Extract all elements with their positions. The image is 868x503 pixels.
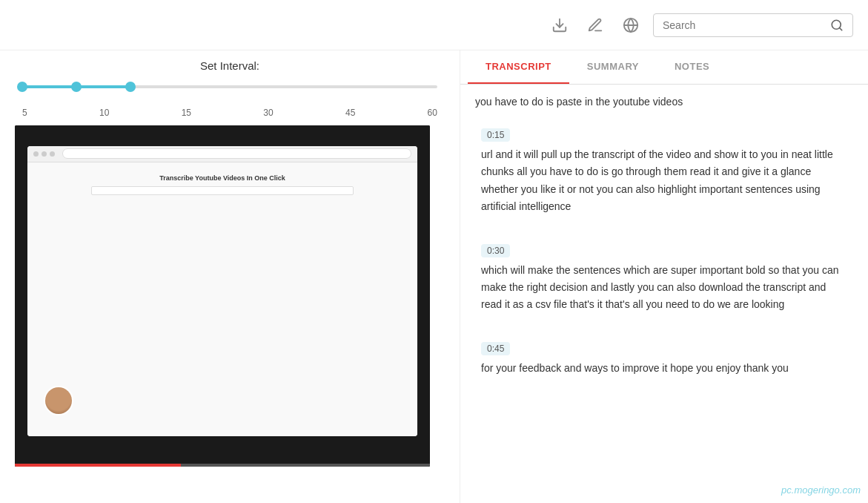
- interval-section: Set Interval: 5 10 15 30 45 60: [15, 59, 445, 118]
- left-panel: Set Interval: 5 10 15 30 45 60: [0, 50, 460, 503]
- label-30: 30: [263, 108, 273, 118]
- slider-track: [22, 85, 437, 88]
- browser-dot-2: [42, 151, 47, 157]
- video-progress-bar[interactable]: [15, 464, 430, 467]
- tab-summary[interactable]: SUMMARY: [569, 50, 657, 84]
- slider-thumb-current[interactable]: [125, 82, 136, 92]
- browser-url-bar: [62, 148, 411, 159]
- main-content: Set Interval: 5 10 15 30 45 60: [0, 50, 868, 503]
- avatar-face: [45, 387, 72, 414]
- right-panel: TRANSCRIPT SUMMARY NOTES you have to do …: [460, 50, 868, 503]
- transcript-segment-045: 0:45 for your feedback and ways to impro…: [472, 332, 856, 386]
- video-container: Transcribe Youtube Videos In One Click: [15, 125, 430, 467]
- watermark: pc.mogeringo.com: [781, 484, 861, 496]
- svg-line-4: [839, 27, 841, 30]
- segment-text-045: for your feedback and ways to improve it…: [481, 360, 847, 377]
- transcript-segment-015: 0:15 url and it will pull up the transcr…: [472, 119, 856, 223]
- page-input-sim: [91, 186, 354, 195]
- tabs-bar: TRANSCRIPT SUMMARY NOTES: [460, 50, 868, 85]
- browser-dot-3: [50, 151, 55, 157]
- timestamp-030[interactable]: 0:30: [481, 244, 510, 257]
- tab-transcript[interactable]: TRANSCRIPT: [468, 50, 569, 84]
- globe-icon: [623, 17, 639, 33]
- search-input[interactable]: [663, 19, 824, 31]
- label-45: 45: [345, 108, 355, 118]
- slider-thumb-min[interactable]: [17, 82, 27, 92]
- label-10: 10: [99, 108, 109, 118]
- slider-container[interactable]: [22, 76, 437, 99]
- interval-label: Set Interval:: [200, 59, 259, 72]
- top-bar: [0, 0, 868, 50]
- download-icon: [551, 17, 568, 33]
- slider-labels: 5 10 15 30 45 60: [22, 108, 437, 118]
- segment-text-015: url and it will pull up the transcript o…: [481, 146, 847, 214]
- page-content: Transcribe Youtube Videos In One Click: [27, 162, 417, 436]
- browser-dot-1: [33, 151, 39, 157]
- browser-bar: [27, 146, 417, 162]
- label-15: 15: [182, 108, 191, 118]
- page-title-sim: Transcribe Youtube Videos In One Click: [35, 174, 410, 182]
- label-5: 5: [22, 108, 27, 118]
- label-60: 60: [428, 108, 437, 118]
- video-screenshot: Transcribe Youtube Videos In One Click: [27, 146, 417, 436]
- globe-icon-btn[interactable]: [617, 12, 644, 39]
- slider-thumb-mid[interactable]: [71, 82, 82, 92]
- avatar: [44, 386, 73, 415]
- timestamp-045[interactable]: 0:45: [481, 342, 510, 355]
- search-box[interactable]: [653, 13, 853, 37]
- timestamp-015[interactable]: 0:15: [481, 128, 510, 142]
- video-inner: Transcribe Youtube Videos In One Click: [15, 125, 430, 467]
- edit-icon: [587, 17, 603, 33]
- edit-icon-btn[interactable]: [582, 12, 609, 39]
- search-icon: [830, 19, 844, 32]
- video-progress-fill: [15, 464, 181, 467]
- transcript-header-text: you have to do is paste in the youtube v…: [472, 85, 856, 119]
- segment-text-030: which will make the sentences which are …: [481, 262, 847, 313]
- download-icon-btn[interactable]: [546, 12, 573, 39]
- transcript-segment-030: 0:30 which will make the sentences which…: [472, 234, 856, 322]
- transcript-content[interactable]: you have to do is paste in the youtube v…: [460, 85, 868, 503]
- tab-notes[interactable]: NOTES: [657, 50, 727, 84]
